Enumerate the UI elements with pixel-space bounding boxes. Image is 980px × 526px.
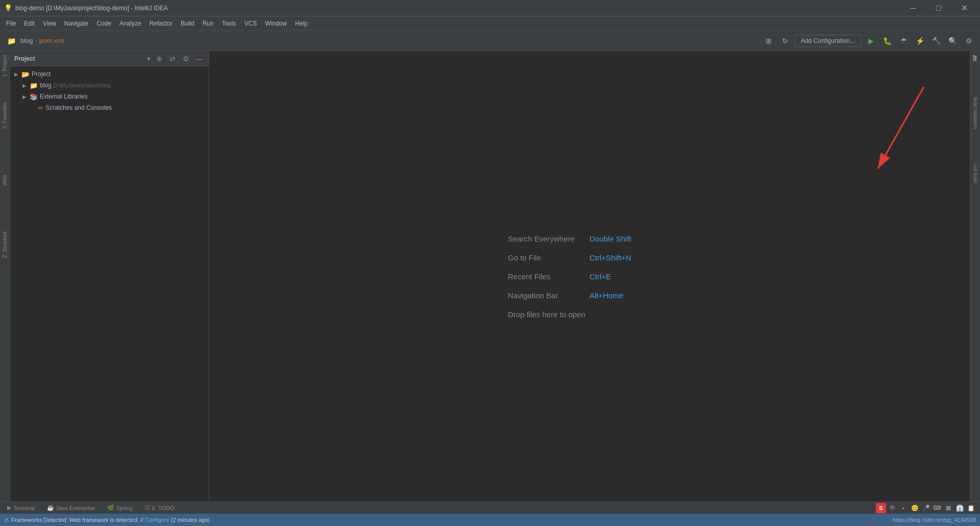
panel-hide-icon[interactable]: — xyxy=(193,53,205,64)
menu-navigate[interactable]: Navigate xyxy=(60,18,92,29)
tab-java-enterprise[interactable]: ☕ Java Enterprise xyxy=(44,504,98,512)
welcome-content: Search Everywhere Double Shift Go to Fil… xyxy=(209,51,970,501)
title-bar: 💡 blog-demo [D:\MyJava\project\blog-demo… xyxy=(0,0,980,16)
sidebar-item-project[interactable]: 1: Project xyxy=(2,53,8,79)
breadcrumb-blog[interactable]: blog xyxy=(20,37,33,44)
project-panel-header: Project ▼ ⊕ ⇄ ⚙ — xyxy=(10,51,209,66)
status-bar: ⚠ Frameworks Detected: Web framework is … xyxy=(0,514,980,526)
scratches-icon: ✏ xyxy=(38,104,43,112)
spring-label: Spring xyxy=(116,505,133,511)
toolbar-profile-icon[interactable]: ⚡ xyxy=(913,34,927,48)
tree-item-project[interactable]: ▶ 📂 Project xyxy=(10,68,209,80)
toolbar-run-icon[interactable]: ▶ xyxy=(864,34,878,48)
panel-collapse-icon[interactable]: ⇄ xyxy=(167,53,178,64)
sidebar-item-structure[interactable]: Z: Structure xyxy=(2,229,8,260)
taskbar-icon-box[interactable]: ▦ xyxy=(943,503,953,513)
blog-folder-icon: 📁 xyxy=(30,82,38,89)
toolbar-coverage-icon[interactable]: ☂ xyxy=(896,34,911,48)
project-panel-title: Project xyxy=(14,55,143,62)
status-configure-link[interactable]: Configure xyxy=(145,517,169,523)
menu-refactor[interactable]: Refactor xyxy=(145,18,177,29)
framework-warning-icon: ⚠ xyxy=(4,517,9,523)
tree-label-blog-path: D:\MyJava\project\blog xyxy=(54,82,111,88)
sidebar-maven-label[interactable]: m xyxy=(971,53,979,63)
menu-file[interactable]: File xyxy=(2,18,20,29)
add-configuration-button[interactable]: Add Configuration... xyxy=(794,35,862,47)
project-tree: ▶ 📂 Project ▶ 📁 blog D:\MyJava\project\b… xyxy=(10,66,209,501)
tree-item-scratches[interactable]: ▶ ✏ Scratches and Consoles xyxy=(10,102,209,113)
terminal-icon: ▶ xyxy=(7,505,11,511)
window-title: blog-demo [D:\MyJava\project\blog-demo] … xyxy=(15,5,901,12)
left-tool-strip: 1: Project 2: Favorites Web Z: Structure xyxy=(0,51,10,501)
tab-terminal[interactable]: ▶ Terminal xyxy=(4,504,38,512)
taskbar-icon-s[interactable]: S xyxy=(876,503,886,513)
shortcut-action-recent: Recent Files xyxy=(508,272,590,281)
java-enterprise-icon: ☕ xyxy=(47,505,54,511)
tree-label-project: Project xyxy=(32,70,51,78)
toolbar: 📁 blog › pom.xml ⊞ ↻ Add Configuration..… xyxy=(0,31,980,51)
taskbar-icon-kbd[interactable]: ⌨ xyxy=(932,503,942,513)
editor-area: Search Everywhere Double Shift Go to Fil… xyxy=(209,51,970,501)
taskbar-icon-dot[interactable]: • xyxy=(898,503,909,513)
shortcut-action-search: Search Everywhere xyxy=(508,234,590,243)
taskbar-icon-shirt[interactable]: 👔 xyxy=(954,503,965,513)
ext-libs-icon: 📚 xyxy=(30,93,38,101)
project-panel: Project ▼ ⊕ ⇄ ⚙ — ▶ 📂 Project ▶ 📁 blog D… xyxy=(10,51,209,501)
menu-vcs[interactable]: VCS xyxy=(240,18,261,29)
toolbar-settings-icon[interactable]: ⚙ xyxy=(962,34,976,48)
shortcut-key-nav: Alt+Home xyxy=(590,291,623,300)
shortcut-key-recent: Ctrl+E xyxy=(590,272,611,281)
menu-bar: File Edit View Navigate Code Analyze Ref… xyxy=(0,16,980,31)
menu-analyze[interactable]: Analyze xyxy=(115,18,145,29)
menu-edit[interactable]: Edit xyxy=(20,18,39,29)
todo-icon: ☑ xyxy=(145,505,150,511)
terminal-label: Terminal xyxy=(13,505,35,511)
tree-item-ext-libs[interactable]: ▶ 📚 External Libraries xyxy=(10,91,209,102)
toolbar-debug-icon[interactable]: 🐛 xyxy=(880,34,894,48)
menu-build[interactable]: Build xyxy=(177,18,199,29)
bottom-bar: ▶ Terminal ☕ Java Enterprise 🌿 Spring ☑ … xyxy=(0,501,980,514)
tab-todo[interactable]: ☑ 6: TODO xyxy=(142,504,178,512)
tree-item-blog[interactable]: ▶ 📁 blog D:\MyJava\project\blog xyxy=(10,80,209,91)
todo-label: 6: TODO xyxy=(152,505,175,511)
close-button[interactable]: ✕ xyxy=(952,0,976,16)
menu-tools[interactable]: Tools xyxy=(218,18,240,29)
toolbar-project-icon[interactable]: 📁 xyxy=(4,34,18,48)
panel-settings-icon[interactable]: ⚙ xyxy=(180,53,191,64)
sidebar-item-favorites[interactable]: 2: Favorites xyxy=(2,100,8,131)
tab-spring[interactable]: 🌿 Spring xyxy=(104,504,136,512)
toolbar-search-icon[interactable]: 🔍 xyxy=(945,34,960,48)
breadcrumb-sep: › xyxy=(35,37,37,44)
toolbar-build-icon[interactable]: 🔨 xyxy=(929,34,943,48)
shortcut-search-everywhere: Search Everywhere Double Shift xyxy=(508,229,671,248)
project-icon: 📂 xyxy=(21,70,30,78)
taskbar-icon-zh[interactable]: 中 xyxy=(887,503,897,513)
drop-hint: Drop files here to open xyxy=(508,305,671,324)
menu-window[interactable]: Window xyxy=(261,18,291,29)
maximize-button[interactable]: □ xyxy=(927,0,950,16)
sidebar-ant-build-label[interactable]: Ant Build xyxy=(973,162,978,185)
menu-run[interactable]: Run xyxy=(199,18,218,29)
project-dropdown-icon[interactable]: ▼ xyxy=(146,56,152,62)
app-icon: 💡 xyxy=(4,4,12,12)
panel-locate-icon[interactable]: ⊕ xyxy=(154,53,165,64)
shortcut-key-search: Double Shift xyxy=(590,234,631,243)
shortcut-go-to-file: Go to File Ctrl+Shift+N xyxy=(508,248,671,267)
sidebar-item-web[interactable]: Web xyxy=(2,173,8,187)
status-url: https://blog.csdn.net/qq_4134528 xyxy=(893,517,976,523)
main-layout: 1: Project 2: Favorites Web Z: Structure… xyxy=(0,51,980,501)
taskbar-icon-mic[interactable]: 🎤 xyxy=(921,503,931,513)
menu-help[interactable]: Help xyxy=(291,18,312,29)
tree-arrow-project: ▶ xyxy=(14,71,19,77)
sidebar-bean-validation-label[interactable]: Bean Validation xyxy=(973,95,978,131)
taskbar-icon-clipboard[interactable]: 📋 xyxy=(966,503,976,513)
menu-code[interactable]: Code xyxy=(92,18,115,29)
toolbar-update-icon[interactable]: ↻ xyxy=(778,34,792,48)
toolbar-presentation-icon[interactable]: ⊞ xyxy=(762,34,776,48)
menu-view[interactable]: View xyxy=(39,18,60,29)
shortcut-action-goto: Go to File xyxy=(508,253,590,262)
tree-label-ext-libs: External Libraries xyxy=(40,93,87,100)
breadcrumb-pom[interactable]: pom.xml xyxy=(39,37,64,44)
taskbar-icon-emoji[interactable]: 😊 xyxy=(910,503,920,513)
minimize-button[interactable]: ─ xyxy=(901,0,925,16)
